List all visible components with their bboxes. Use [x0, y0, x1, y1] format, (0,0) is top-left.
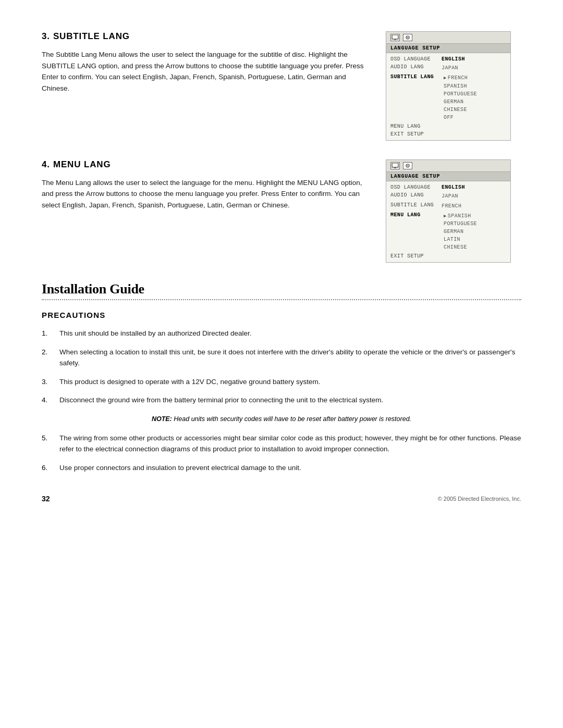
- subtitle-option-french: ▶FRENCH: [444, 74, 477, 82]
- menu-lang-title: 4.MENU LANG: [42, 159, 370, 170]
- settings-icon-2: [403, 162, 412, 169]
- tv-icon: [390, 34, 400, 41]
- menu-lang-title-bar: LANGUAGE SETUP: [386, 172, 510, 181]
- subtitle-lang-text-col: 3.SUBTITLE LANG The Subtitle Lang Menu a…: [42, 31, 370, 141]
- menu-lang-body: The Menu Lang allows the user to select …: [42, 177, 370, 211]
- menu2-audio-value: JAPAN: [442, 192, 458, 200]
- dotted-rule: [42, 299, 521, 300]
- osd-value: ENGLISH: [442, 56, 465, 62]
- precaution-item-4: 4. Disconnect the ground wire from the b…: [42, 394, 521, 406]
- menu-lang-menu-col: LANGUAGE SETUP OSD LANGUAGE ENGLISH AUDI…: [386, 159, 521, 263]
- subtitle-options: ▶FRENCH SPANISH PORTUGUESE GERMAN CHINES…: [442, 74, 477, 121]
- svg-rect-4: [392, 163, 398, 167]
- note-label: NOTE:: [152, 415, 172, 423]
- subtitle-option-portuguese: PORTUGUESE: [444, 90, 477, 98]
- exit-label: EXIT SETUP: [390, 131, 437, 137]
- menu2-osd-label: OSD LANGUAGE: [390, 184, 437, 190]
- menu-row-osd: OSD LANGUAGE ENGLISH: [386, 55, 510, 63]
- menu2-row-subtitle: SUBTITLE LANG FRENCH: [386, 201, 510, 211]
- precaution-num-6: 6.: [42, 462, 53, 474]
- precaution-num-2: 2.: [42, 347, 53, 369]
- menu2-row-exit: EXIT SETUP: [386, 252, 510, 260]
- subtitle-lang-menu-box: LANGUAGE SETUP OSD LANGUAGE ENGLISH AUDI…: [386, 31, 511, 141]
- menu2-audio-label: AUDIO LANG: [390, 192, 437, 200]
- page-number: 32: [42, 495, 50, 503]
- subtitle-label: SUBTITLE LANG: [390, 74, 437, 80]
- menu-lang-section: 4.MENU LANG The Menu Lang allows the use…: [42, 159, 521, 263]
- menu-option-portuguese: PORTUGUESE: [444, 220, 477, 228]
- subtitle-option-chinese: CHINESE: [444, 106, 477, 114]
- copyright: © 2005 Directed Electronics, Inc.: [438, 496, 521, 502]
- subtitle-lang-section: 3.SUBTITLE LANG The Subtitle Lang Menu a…: [42, 31, 521, 141]
- menu-lang-box-header: [386, 160, 510, 172]
- menu-row-audio: AUDIO LANG JAPAN: [386, 63, 510, 73]
- subtitle-option-off: OFF: [444, 114, 477, 121]
- menu-lang-body-box: OSD LANGUAGE ENGLISH AUDIO LANG JAPAN SU…: [386, 181, 510, 263]
- audio-label: AUDIO LANG: [390, 64, 437, 72]
- menu-lang-options: ▶SPANISH PORTUGUESE GERMAN LATIN CHINESE: [442, 212, 477, 252]
- menu-box-header: [386, 32, 510, 44]
- menu-option-latin: LATIN: [444, 236, 477, 243]
- installation-guide-title: Installation Guide: [42, 281, 521, 297]
- tv-icon-2: [390, 162, 400, 169]
- menu2-exit-label: EXIT SETUP: [390, 253, 437, 259]
- precaution-text-2: When selecting a location to install thi…: [59, 347, 521, 369]
- precaution-item-3: 3. This product is designed to operate w…: [42, 376, 521, 388]
- menu-title: LANGUAGE SETUP: [386, 44, 510, 53]
- precaution-text-1: This unit should be installed by an auth…: [59, 328, 251, 339]
- precaution-num-1: 1.: [42, 328, 53, 339]
- audio-value: JAPAN: [442, 64, 458, 72]
- subtitle-option-german: GERMAN: [444, 98, 477, 106]
- menu2-row-osd: OSD LANGUAGE ENGLISH: [386, 183, 510, 191]
- subtitle-lang-title: 3.SUBTITLE LANG: [42, 31, 370, 42]
- menu-lang-text-col: 4.MENU LANG The Menu Lang allows the use…: [42, 159, 370, 263]
- osd-label: OSD LANGUAGE: [390, 56, 437, 62]
- precaution-text-5: The wiring from some other products or a…: [59, 433, 521, 455]
- menu-body: OSD LANGUAGE ENGLISH AUDIO LANG JAPAN SU…: [386, 53, 510, 140]
- footer-bar: 32 © 2005 Directed Electronics, Inc.: [42, 495, 521, 503]
- menu2-menulang-label: MENU LANG: [390, 212, 437, 218]
- menu-option-spanish: ▶SPANISH: [444, 212, 477, 220]
- menu-option-german: GERMAN: [444, 228, 477, 236]
- installation-guide-header: Installation Guide: [42, 281, 521, 300]
- precaution-item-1: 1. This unit should be installed by an a…: [42, 328, 521, 339]
- subtitle-lang-body: The Subtitle Lang Menu allows the user t…: [42, 49, 370, 94]
- precaution-item-2: 2. When selecting a location to install …: [42, 347, 521, 369]
- svg-rect-0: [392, 35, 398, 39]
- menulang-label: MENU LANG: [390, 124, 437, 129]
- precautions-title: PRECAUTIONS: [42, 311, 521, 319]
- menu2-row-menulang: MENU LANG ▶SPANISH PORTUGUESE GERMAN LAT…: [386, 211, 510, 253]
- installation-guide-section: Installation Guide PRECAUTIONS 1. This u…: [42, 281, 521, 474]
- precaution-item-6: 6. Use proper connectors and insulation …: [42, 462, 521, 474]
- svg-point-3: [407, 37, 408, 38]
- precaution-num-4: 4.: [42, 394, 53, 406]
- subtitle-lang-menu-col: LANGUAGE SETUP OSD LANGUAGE ENGLISH AUDI…: [386, 31, 521, 141]
- precaution-item-5: 5. The wiring from some other products o…: [42, 433, 521, 455]
- menu-row-menulang: MENU LANG: [386, 122, 510, 130]
- menu2-subtitle-label: SUBTITLE LANG: [390, 202, 437, 210]
- precaution-num-3: 3.: [42, 376, 53, 388]
- menu2-subtitle-value: FRENCH: [442, 202, 461, 210]
- menu-row-exit: EXIT SETUP: [386, 130, 510, 138]
- menu-lang-menu-box: LANGUAGE SETUP OSD LANGUAGE ENGLISH AUDI…: [386, 159, 511, 263]
- settings-icon: [403, 34, 412, 41]
- precaution-text-6: Use proper connectors and insulation to …: [59, 462, 301, 474]
- menu-row-subtitle: SUBTITLE LANG ▶FRENCH SPANISH PORTUGUESE…: [386, 73, 510, 122]
- menu-option-chinese: CHINESE: [444, 243, 477, 251]
- subtitle-option-spanish: SPANISH: [444, 82, 477, 90]
- menu2-osd-value: ENGLISH: [442, 184, 465, 190]
- precaution-num-5: 5.: [42, 433, 53, 455]
- note-text: Head units with security codes will have…: [174, 415, 411, 423]
- precaution-text-4: Disconnect the ground wire from the batt…: [59, 394, 383, 406]
- precaution-text-3: This product is designed to operate with…: [59, 376, 321, 388]
- note-block: NOTE: Head units with security codes wil…: [42, 414, 521, 424]
- menu2-row-audio: AUDIO LANG JAPAN: [386, 191, 510, 201]
- svg-point-7: [407, 165, 408, 166]
